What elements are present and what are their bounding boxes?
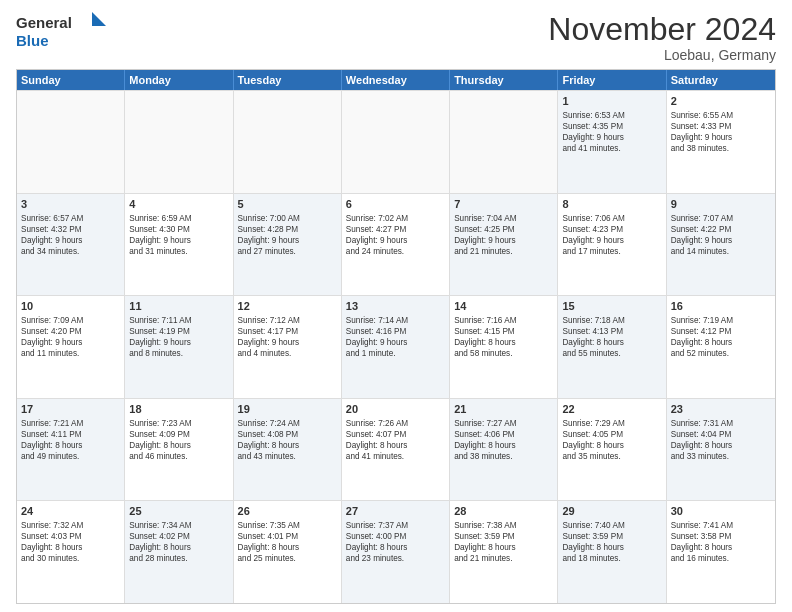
cal-row-2: 10Sunrise: 7:09 AM Sunset: 4:20 PM Dayli… — [17, 295, 775, 398]
svg-text:General: General — [16, 14, 72, 31]
cell-info: Sunrise: 7:11 AM Sunset: 4:19 PM Dayligh… — [129, 315, 228, 359]
cal-cell-22: 22Sunrise: 7:29 AM Sunset: 4:05 PM Dayli… — [558, 399, 666, 501]
day-number: 11 — [129, 299, 228, 314]
cell-info: Sunrise: 7:29 AM Sunset: 4:05 PM Dayligh… — [562, 418, 661, 462]
cal-cell-17: 17Sunrise: 7:21 AM Sunset: 4:11 PM Dayli… — [17, 399, 125, 501]
main-title: November 2024 — [548, 12, 776, 47]
cell-info: Sunrise: 7:18 AM Sunset: 4:13 PM Dayligh… — [562, 315, 661, 359]
top-section: General Blue November 2024 Loebau, Germa… — [16, 12, 776, 63]
cal-cell-26: 26Sunrise: 7:35 AM Sunset: 4:01 PM Dayli… — [234, 501, 342, 603]
cell-info: Sunrise: 7:26 AM Sunset: 4:07 PM Dayligh… — [346, 418, 445, 462]
cal-cell-10: 10Sunrise: 7:09 AM Sunset: 4:20 PM Dayli… — [17, 296, 125, 398]
cal-row-4: 24Sunrise: 7:32 AM Sunset: 4:03 PM Dayli… — [17, 500, 775, 603]
cal-cell-27: 27Sunrise: 7:37 AM Sunset: 4:00 PM Dayli… — [342, 501, 450, 603]
day-number: 29 — [562, 504, 661, 519]
day-number: 30 — [671, 504, 771, 519]
day-number: 7 — [454, 197, 553, 212]
cell-info: Sunrise: 7:02 AM Sunset: 4:27 PM Dayligh… — [346, 213, 445, 257]
day-number: 28 — [454, 504, 553, 519]
cal-row-1: 3Sunrise: 6:57 AM Sunset: 4:32 PM Daylig… — [17, 193, 775, 296]
cal-cell-4: 4Sunrise: 6:59 AM Sunset: 4:30 PM Daylig… — [125, 194, 233, 296]
cal-cell-empty — [125, 91, 233, 193]
cal-cell-14: 14Sunrise: 7:16 AM Sunset: 4:15 PM Dayli… — [450, 296, 558, 398]
cal-cell-28: 28Sunrise: 7:38 AM Sunset: 3:59 PM Dayli… — [450, 501, 558, 603]
cal-cell-8: 8Sunrise: 7:06 AM Sunset: 4:23 PM Daylig… — [558, 194, 666, 296]
day-number: 10 — [21, 299, 120, 314]
day-number: 6 — [346, 197, 445, 212]
calendar-header: SundayMondayTuesdayWednesdayThursdayFrid… — [17, 70, 775, 90]
cell-info: Sunrise: 7:12 AM Sunset: 4:17 PM Dayligh… — [238, 315, 337, 359]
cal-cell-16: 16Sunrise: 7:19 AM Sunset: 4:12 PM Dayli… — [667, 296, 775, 398]
logo: General Blue — [16, 12, 106, 52]
day-number: 18 — [129, 402, 228, 417]
svg-text:Blue: Blue — [16, 32, 49, 49]
cell-info: Sunrise: 6:57 AM Sunset: 4:32 PM Dayligh… — [21, 213, 120, 257]
header-cell-sunday: Sunday — [17, 70, 125, 90]
cal-cell-24: 24Sunrise: 7:32 AM Sunset: 4:03 PM Dayli… — [17, 501, 125, 603]
calendar: SundayMondayTuesdayWednesdayThursdayFrid… — [16, 69, 776, 604]
logo-svg: General Blue — [16, 12, 106, 52]
subtitle: Loebau, Germany — [548, 47, 776, 63]
day-number: 3 — [21, 197, 120, 212]
cal-cell-3: 3Sunrise: 6:57 AM Sunset: 4:32 PM Daylig… — [17, 194, 125, 296]
day-number: 16 — [671, 299, 771, 314]
day-number: 25 — [129, 504, 228, 519]
cell-info: Sunrise: 7:21 AM Sunset: 4:11 PM Dayligh… — [21, 418, 120, 462]
day-number: 2 — [671, 94, 771, 109]
day-number: 23 — [671, 402, 771, 417]
cal-cell-19: 19Sunrise: 7:24 AM Sunset: 4:08 PM Dayli… — [234, 399, 342, 501]
day-number: 14 — [454, 299, 553, 314]
cell-info: Sunrise: 6:55 AM Sunset: 4:33 PM Dayligh… — [671, 110, 771, 154]
day-number: 5 — [238, 197, 337, 212]
cal-cell-23: 23Sunrise: 7:31 AM Sunset: 4:04 PM Dayli… — [667, 399, 775, 501]
page: General Blue November 2024 Loebau, Germa… — [0, 0, 792, 612]
day-number: 15 — [562, 299, 661, 314]
header-cell-monday: Monday — [125, 70, 233, 90]
cal-cell-25: 25Sunrise: 7:34 AM Sunset: 4:02 PM Dayli… — [125, 501, 233, 603]
day-number: 12 — [238, 299, 337, 314]
day-number: 8 — [562, 197, 661, 212]
header-cell-thursday: Thursday — [450, 70, 558, 90]
cal-row-0: 1Sunrise: 6:53 AM Sunset: 4:35 PM Daylig… — [17, 90, 775, 193]
cal-row-3: 17Sunrise: 7:21 AM Sunset: 4:11 PM Dayli… — [17, 398, 775, 501]
calendar-body: 1Sunrise: 6:53 AM Sunset: 4:35 PM Daylig… — [17, 90, 775, 603]
cal-cell-7: 7Sunrise: 7:04 AM Sunset: 4:25 PM Daylig… — [450, 194, 558, 296]
cal-cell-empty — [17, 91, 125, 193]
day-number: 22 — [562, 402, 661, 417]
cal-cell-20: 20Sunrise: 7:26 AM Sunset: 4:07 PM Dayli… — [342, 399, 450, 501]
day-number: 21 — [454, 402, 553, 417]
cell-info: Sunrise: 7:09 AM Sunset: 4:20 PM Dayligh… — [21, 315, 120, 359]
svg-marker-1 — [92, 12, 106, 26]
cell-info: Sunrise: 7:38 AM Sunset: 3:59 PM Dayligh… — [454, 520, 553, 564]
day-number: 17 — [21, 402, 120, 417]
cell-info: Sunrise: 6:59 AM Sunset: 4:30 PM Dayligh… — [129, 213, 228, 257]
header-cell-tuesday: Tuesday — [234, 70, 342, 90]
cell-info: Sunrise: 7:04 AM Sunset: 4:25 PM Dayligh… — [454, 213, 553, 257]
day-number: 9 — [671, 197, 771, 212]
cal-cell-13: 13Sunrise: 7:14 AM Sunset: 4:16 PM Dayli… — [342, 296, 450, 398]
cell-info: Sunrise: 7:34 AM Sunset: 4:02 PM Dayligh… — [129, 520, 228, 564]
cal-cell-18: 18Sunrise: 7:23 AM Sunset: 4:09 PM Dayli… — [125, 399, 233, 501]
cell-info: Sunrise: 7:00 AM Sunset: 4:28 PM Dayligh… — [238, 213, 337, 257]
cell-info: Sunrise: 7:14 AM Sunset: 4:16 PM Dayligh… — [346, 315, 445, 359]
cal-cell-12: 12Sunrise: 7:12 AM Sunset: 4:17 PM Dayli… — [234, 296, 342, 398]
cell-info: Sunrise: 7:24 AM Sunset: 4:08 PM Dayligh… — [238, 418, 337, 462]
cell-info: Sunrise: 7:27 AM Sunset: 4:06 PM Dayligh… — [454, 418, 553, 462]
cal-cell-1: 1Sunrise: 6:53 AM Sunset: 4:35 PM Daylig… — [558, 91, 666, 193]
cal-cell-11: 11Sunrise: 7:11 AM Sunset: 4:19 PM Dayli… — [125, 296, 233, 398]
day-number: 20 — [346, 402, 445, 417]
day-number: 19 — [238, 402, 337, 417]
cal-cell-empty — [234, 91, 342, 193]
cell-info: Sunrise: 6:53 AM Sunset: 4:35 PM Dayligh… — [562, 110, 661, 154]
cell-info: Sunrise: 7:37 AM Sunset: 4:00 PM Dayligh… — [346, 520, 445, 564]
cell-info: Sunrise: 7:31 AM Sunset: 4:04 PM Dayligh… — [671, 418, 771, 462]
cal-cell-5: 5Sunrise: 7:00 AM Sunset: 4:28 PM Daylig… — [234, 194, 342, 296]
day-number: 13 — [346, 299, 445, 314]
cal-cell-15: 15Sunrise: 7:18 AM Sunset: 4:13 PM Dayli… — [558, 296, 666, 398]
cell-info: Sunrise: 7:40 AM Sunset: 3:59 PM Dayligh… — [562, 520, 661, 564]
cell-info: Sunrise: 7:35 AM Sunset: 4:01 PM Dayligh… — [238, 520, 337, 564]
cell-info: Sunrise: 7:07 AM Sunset: 4:22 PM Dayligh… — [671, 213, 771, 257]
day-number: 1 — [562, 94, 661, 109]
title-section: November 2024 Loebau, Germany — [548, 12, 776, 63]
day-number: 24 — [21, 504, 120, 519]
